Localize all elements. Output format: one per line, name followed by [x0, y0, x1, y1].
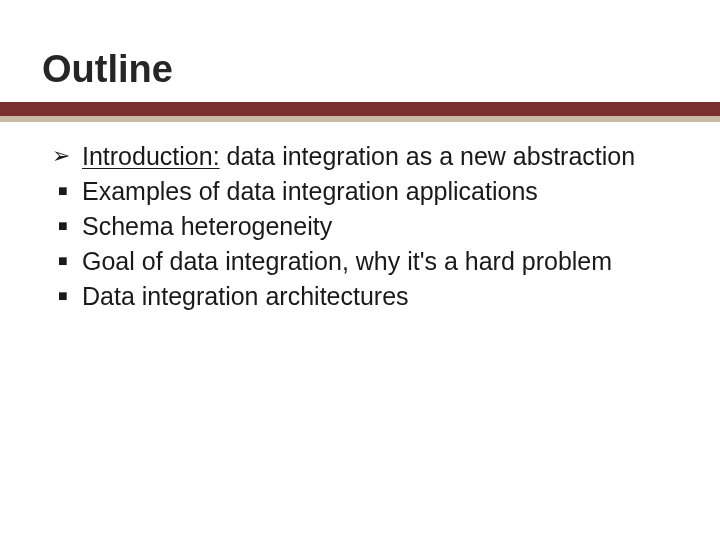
list-item-text: Goal of data integration, why it's a har… — [82, 245, 680, 278]
title-rule-dark — [0, 102, 720, 116]
square-bullet-icon: ■ — [52, 245, 74, 277]
list-item-rest: data integration as a new abstraction — [220, 142, 636, 170]
list-item-text: Data integration architectures — [82, 280, 680, 313]
list-item: ■ Schema heterogeneity — [52, 210, 680, 243]
list-item-underline: Introduction: — [82, 142, 220, 170]
outline-list: ➢ Introduction: data integration as a ne… — [52, 140, 680, 315]
list-item: ■ Data integration architectures — [52, 280, 680, 313]
arrow-icon: ➢ — [52, 140, 74, 172]
title-rule-light — [0, 116, 720, 122]
list-item: ■ Examples of data integration applicati… — [52, 175, 680, 208]
square-bullet-icon: ■ — [52, 175, 74, 207]
list-item-text: Schema heterogeneity — [82, 210, 680, 243]
slide-title: Outline — [42, 48, 173, 91]
square-bullet-icon: ■ — [52, 280, 74, 312]
list-item-text: Introduction: data integration as a new … — [82, 140, 680, 173]
list-item-text: Examples of data integration application… — [82, 175, 680, 208]
list-item: ➢ Introduction: data integration as a ne… — [52, 140, 680, 173]
square-bullet-icon: ■ — [52, 210, 74, 242]
list-item: ■ Goal of data integration, why it's a h… — [52, 245, 680, 278]
